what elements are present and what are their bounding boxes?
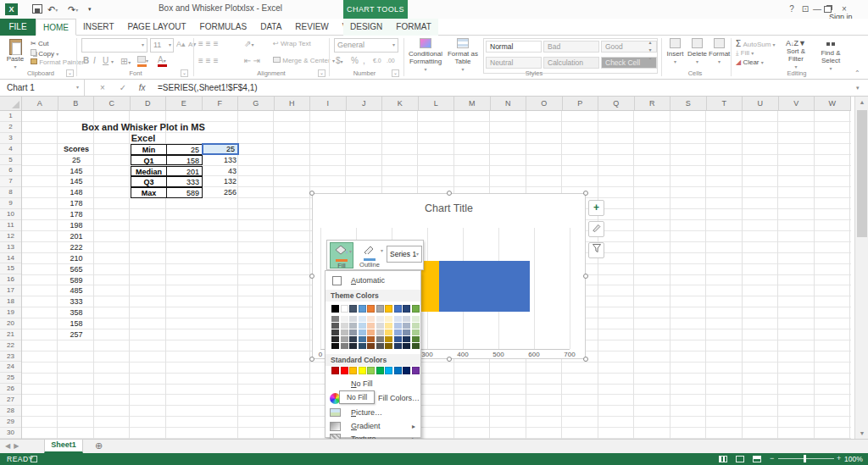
sort-filter-button[interactable]: A↓Z▼ Sort & Filter▾ [780,39,812,70]
score-cell[interactable]: 25 [58,155,94,166]
cell-style-neutral[interactable]: Neutral [486,57,542,69]
column-header-O[interactable]: O [526,97,563,110]
theme-color-variant-swatch[interactable] [394,329,402,335]
page-layout-view-icon[interactable] [736,456,744,462]
theme-color-variant-swatch[interactable] [349,336,357,342]
theme-color-variant-swatch[interactable] [412,329,420,335]
scores-header-cell[interactable]: Scores [58,144,94,155]
row-header-27[interactable]: 27 [0,395,21,406]
stat-value-cell[interactable]: 589 [166,187,203,198]
theme-color-variant-swatch[interactable] [412,323,420,329]
stat-diff-cell[interactable]: 43 [203,166,236,177]
tab-format[interactable]: FORMAT [389,19,437,36]
conditional-formatting-button[interactable]: Conditional Formatting▾ [407,38,444,73]
shape-fill-button[interactable]: ▾ Fill [330,242,353,268]
tab-review[interactable]: REVIEW [288,19,335,36]
theme-color-variant-swatch[interactable] [385,336,392,342]
theme-color-variant-swatch[interactable] [394,336,402,342]
standard-color-swatch[interactable] [403,367,410,374]
row-header-1[interactable]: 1 [0,111,21,122]
column-header-V[interactable]: V [779,97,815,110]
font-name-combo[interactable]: ▾ [81,38,147,53]
row-header-21[interactable]: 21 [0,329,21,340]
theme-color-variant-swatch[interactable] [359,343,366,349]
score-cell[interactable]: 198 [58,220,94,231]
merge-center-button[interactable]: Merge & Center ▾ [273,57,335,64]
clear-button[interactable]: ◢ Clear ▾ [736,58,764,66]
column-header-J[interactable]: J [347,97,383,110]
zoom-slider-thumb[interactable] [804,455,806,462]
row-header-22[interactable]: 22 [0,340,21,352]
grow-font-button[interactable]: A▴ [176,40,186,48]
theme-color-swatch[interactable] [394,305,402,313]
theme-color-variant-swatch[interactable] [412,343,420,349]
vertical-align-icons[interactable]: ≡≡≡ [198,39,221,48]
chart-filters-button[interactable] [588,242,604,258]
column-header-W[interactable]: W [815,97,851,110]
column-header-I[interactable]: I [310,97,347,110]
row-header-26[interactable]: 26 [0,384,21,395]
select-all-corner[interactable] [0,97,22,111]
stat-value-cell[interactable]: 158 [166,155,203,166]
gallery-scroll-buttons[interactable]: ▴▾⌄ [646,39,654,62]
tab-formulas[interactable]: FORMULAS [193,19,254,36]
theme-color-swatch[interactable] [331,305,339,313]
score-cell[interactable]: 358 [58,307,94,318]
comma-style-button[interactable]: , [363,56,365,65]
theme-color-variant-swatch[interactable] [359,336,366,342]
column-header-K[interactable]: K [382,97,419,110]
row-header-28[interactable]: 28 [0,406,21,417]
standard-color-swatch[interactable] [349,367,357,374]
italic-button[interactable]: I [93,56,96,65]
automatic-item[interactable]: Automatic [326,274,420,287]
chart-title[interactable]: Chart Title [313,202,585,214]
stat-diff-cell[interactable]: 132 [203,176,236,187]
zoom-percentage[interactable]: 100% [844,455,863,463]
score-cell[interactable]: 222 [58,242,94,253]
indent-icons[interactable]: ⇤⇥ [244,56,262,65]
theme-color-variant-swatch[interactable] [403,336,410,342]
chart-resize-handle[interactable] [583,274,588,279]
theme-color-swatch[interactable] [359,305,366,313]
theme-color-variant-swatch[interactable] [394,343,402,349]
theme-color-variant-swatch[interactable] [349,316,357,322]
sheet-tab-sheet1[interactable]: Sheet1 [44,440,83,453]
column-header-T[interactable]: T [707,97,743,110]
row-header-23[interactable]: 23 [0,352,21,363]
tab-home[interactable]: HOME [36,19,76,36]
column-header-G[interactable]: G [238,97,275,110]
row-header-25[interactable]: 25 [0,373,21,384]
column-header-N[interactable]: N [491,97,527,110]
name-box[interactable]: Chart 1▾ [0,80,85,96]
theme-color-variant-swatch[interactable] [403,343,410,349]
standard-color-swatch[interactable] [412,367,420,374]
score-cell[interactable]: 145 [58,166,94,177]
score-cell[interactable]: 145 [58,176,94,187]
chart-resize-handle[interactable] [309,274,314,279]
row-header-13[interactable]: 13 [0,242,21,253]
row-header-2[interactable]: 2 [0,122,21,133]
stat-value-cell[interactable]: 201 [166,166,203,177]
zoom-out-icon[interactable]: − [770,454,774,462]
row-header-30[interactable]: 30 [0,428,21,439]
column-header-E[interactable]: E [166,97,203,110]
page-break-view-icon[interactable] [753,456,761,462]
enter-formula-icon[interactable]: ✓ [120,83,126,92]
theme-color-variant-swatch[interactable] [349,329,357,335]
row-header-16[interactable]: 16 [0,274,21,285]
qat-customize-button[interactable]: ▾ [88,3,92,16]
no-fill-item[interactable]: No Fill [326,378,420,390]
theme-color-variant-swatch[interactable] [376,343,384,349]
column-header-M[interactable]: M [454,97,491,110]
cell-style-calculation[interactable]: Calculation [543,57,599,69]
stat-label-cell[interactable]: Q1 [131,155,167,166]
theme-color-variant-swatch[interactable] [359,323,366,329]
theme-color-swatch[interactable] [376,305,384,313]
theme-color-variant-swatch[interactable] [394,323,402,329]
chart-resize-handle[interactable] [309,191,314,196]
theme-color-swatch[interactable] [385,305,392,313]
theme-color-variant-swatch[interactable] [331,329,339,335]
theme-color-variant-swatch[interactable] [385,343,392,349]
row-headers[interactable]: 1234567891011121314151617181920212223242… [0,111,22,439]
stat-label-cell[interactable]: Min [131,144,167,155]
